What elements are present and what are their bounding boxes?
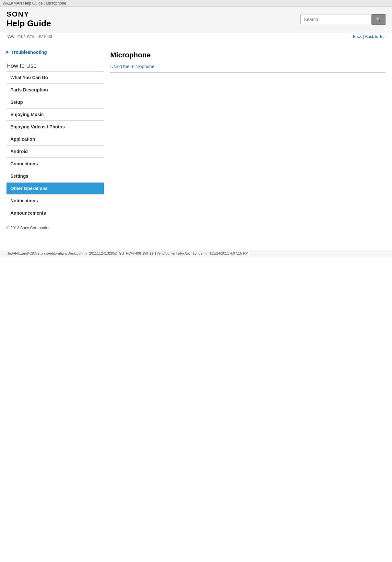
title-bar-text: WALKMAN Help Guide | Microphone [3,1,66,6]
nav-bar: NWZ-Z1040/Z1050/Z1060 Back | Back to Top [0,32,392,41]
sidebar-item[interactable]: Parts Description [6,84,104,96]
page-heading: Microphone [110,51,386,59]
sidebar-item[interactable]: Connections [6,158,104,170]
main-layout: Troubleshooting How to Use What You Can … [0,41,392,237]
header: SONY Help Guide 🔍 [0,7,392,32]
sidebar-item[interactable]: Enjoying Music [6,108,104,121]
search-area: 🔍 [300,14,386,25]
search-button[interactable]: 🔍 [372,14,386,25]
troubleshooting-label: Troubleshooting [11,50,47,55]
content-link[interactable]: Using the microphone [110,64,386,69]
sidebar-item[interactable]: Android [6,145,104,158]
content-divider [110,72,386,73]
brand-area: SONY Help Guide [6,10,51,29]
copyright-text: © 2012 Sony Corporation [6,226,51,230]
sidebar: Troubleshooting How to Use What You Can … [6,48,104,230]
chevron-icon [6,51,9,54]
back-to-top-link[interactable]: Back to Top [365,34,386,39]
troubleshooting-item[interactable]: Troubleshooting [6,48,104,57]
sidebar-item[interactable]: Settings [6,170,104,182]
bottom-bar: file:///F|/...and%20Settings/editoralaya… [0,250,392,257]
device-model: NWZ-Z1040/Z1050/Z1060 [6,34,52,39]
back-link[interactable]: Back [353,34,362,39]
nav-links: Back | Back to Top [353,34,386,39]
sidebar-item[interactable]: Application [6,133,104,145]
sony-logo: SONY [6,10,51,18]
search-input[interactable] [300,15,372,24]
help-guide-title: Help Guide [6,18,51,29]
sidebar-item[interactable]: Announcements [6,207,104,219]
sidebar-item[interactable]: Setup [6,96,104,108]
bottom-bar-text: file:///F|/...and%20Settings/editoralaya… [6,251,249,255]
nav-divider: | [363,34,364,39]
title-bar: WALKMAN Help Guide | Microphone [0,0,392,7]
sidebar-item[interactable]: Enjoying Videos / Photos [6,121,104,133]
sidebar-footer: © 2012 Sony Corporation [6,226,104,230]
sidebar-item[interactable]: Other Operations [6,182,104,195]
content-area: Microphone Using the microphone [110,48,386,230]
sidebar-item[interactable]: Notifications [6,195,104,207]
how-to-use-title: How to Use [6,60,104,71]
sidebar-items: What You Can DoParts DescriptionSetupEnj… [6,71,104,219]
sidebar-item[interactable]: What You Can Do [6,71,104,84]
